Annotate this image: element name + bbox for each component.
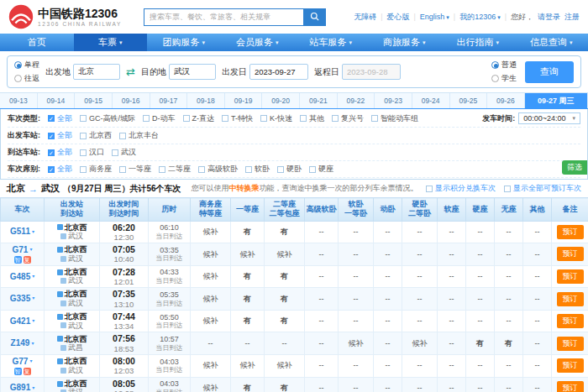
nav-item-station-services[interactable]: 站车服务▾ xyxy=(294,34,368,51)
filter-option[interactable]: T-特快 xyxy=(222,113,253,124)
book-button[interactable]: 预订 xyxy=(557,314,584,328)
filter-option[interactable]: 高级软卧 xyxy=(198,164,238,175)
nav-item-travel-guide[interactable]: 出行指南▾ xyxy=(441,34,515,51)
date-tab-1[interactable]: 09-14 xyxy=(38,93,76,108)
filter-option[interactable]: K-快速 xyxy=(260,113,292,124)
filter-all-from-station[interactable]: ✓全部 xyxy=(48,130,72,141)
filter-option[interactable]: 商务座 xyxy=(80,164,112,175)
login-link[interactable]: 请登录 xyxy=(538,12,560,23)
train-number-link[interactable]: Z149▾ xyxy=(1,338,44,348)
book-button[interactable]: 预订 xyxy=(557,381,584,392)
filter-option[interactable]: D-动车 xyxy=(143,113,176,124)
top-link-accessibility[interactable]: 无障碍 xyxy=(354,12,376,23)
swap-stations-button[interactable]: ⇄ xyxy=(126,66,135,77)
trip-type-one-way[interactable]: 单程 xyxy=(14,60,39,71)
seat-cell[interactable]: 候补 xyxy=(191,221,231,243)
nav-item-home[interactable]: 首页 xyxy=(0,34,74,51)
filter-all-to-station[interactable]: ✓全部 xyxy=(48,147,72,158)
seat-cell[interactable]: 候补 xyxy=(191,288,231,311)
seat-cell[interactable]: 候补 xyxy=(231,243,265,266)
filter-option[interactable]: 北京西 xyxy=(80,130,112,141)
seat-cell[interactable]: 有 xyxy=(265,265,305,288)
seat-cell[interactable]: 有 xyxy=(231,288,265,311)
date-tab-2[interactable]: 09-15 xyxy=(75,93,113,108)
date-tab-13[interactable]: 09-26 xyxy=(487,93,525,108)
train-number-link[interactable]: G71▾ xyxy=(1,245,44,255)
filter-all-train-type[interactable]: ✓全部 xyxy=(48,113,72,124)
expand-train-icon[interactable]: ▾ xyxy=(32,318,34,324)
seat-cell[interactable]: 有 xyxy=(466,332,495,355)
seat-cell[interactable]: 候补 xyxy=(191,265,231,288)
train-number-link[interactable]: G335▾ xyxy=(1,294,44,304)
seat-cell[interactable]: 有 xyxy=(231,221,265,243)
nav-item-info-query[interactable]: 信息查询▾ xyxy=(515,34,588,51)
filter-option[interactable]: 复兴号 xyxy=(332,113,364,124)
filter-option[interactable]: 北京丰台 xyxy=(119,130,159,141)
top-link-english[interactable]: English ▾ xyxy=(420,13,449,21)
nav-item-group-services[interactable]: 团购服务▾ xyxy=(147,34,221,51)
expand-train-icon[interactable]: ▾ xyxy=(32,274,34,280)
book-button[interactable]: 预订 xyxy=(557,225,584,239)
filter-option[interactable]: GC-高铁/城际 xyxy=(80,113,135,124)
date-tab-12[interactable]: 09-25 xyxy=(450,93,488,108)
toggle-points-trains[interactable]: 显示积分兑换车次 xyxy=(426,183,496,194)
filter-option[interactable]: 汉口 xyxy=(80,147,104,158)
expand-train-icon[interactable]: ▾ xyxy=(29,358,32,364)
seat-cell[interactable]: 候补 xyxy=(191,243,231,266)
date-tab-4[interactable]: 09-17 xyxy=(150,93,188,108)
book-button[interactable]: 预订 xyxy=(557,247,584,261)
filter-side-button[interactable]: 筛选 xyxy=(562,160,587,175)
transfer-link[interactable]: 中转换乘 xyxy=(229,184,260,192)
passenger-type-student[interactable]: 学生 xyxy=(491,73,517,84)
depart-time-select[interactable]: 00:00~24:00▾ xyxy=(518,112,580,124)
trip-type-round-trip[interactable]: 往返 xyxy=(14,73,39,84)
expand-train-icon[interactable]: ▾ xyxy=(32,229,34,235)
date-tab-10[interactable]: 09-23 xyxy=(375,93,412,108)
train-number-link[interactable]: G485▾ xyxy=(1,272,44,282)
seat-cell[interactable]: 候补 xyxy=(191,354,231,377)
filter-option[interactable]: Z-直达 xyxy=(183,113,215,124)
nav-item-member-services[interactable]: 会员服务▾ xyxy=(221,34,295,51)
seat-cell[interactable]: 候补 xyxy=(191,377,231,392)
book-button[interactable]: 预订 xyxy=(557,358,584,373)
date-tab-0[interactable]: 09-13 xyxy=(0,93,38,108)
seat-cell[interactable]: 候补 xyxy=(339,332,374,355)
seat-cell[interactable]: 候补 xyxy=(231,354,265,377)
depart-date-input[interactable]: 2023-09-27 xyxy=(249,64,308,80)
filter-option[interactable]: 武汉 xyxy=(112,147,136,158)
seat-cell[interactable]: 候补 xyxy=(265,354,305,377)
seat-cell[interactable]: 候补 xyxy=(191,310,231,332)
train-number-link[interactable]: G891▾ xyxy=(1,383,44,392)
nav-item-tickets[interactable]: 车票▾ xyxy=(74,34,148,51)
col-header-duration[interactable]: 历时 xyxy=(149,198,191,222)
date-tab-6[interactable]: 09-19 xyxy=(225,93,263,108)
book-button[interactable]: 预订 xyxy=(557,337,584,351)
seat-cell[interactable]: 有 xyxy=(231,265,265,288)
filter-option[interactable]: 软卧 xyxy=(245,164,270,175)
seat-cell[interactable]: 有 xyxy=(265,221,305,243)
train-number-link[interactable]: G511▾ xyxy=(1,227,44,237)
railway-logo[interactable]: 中国铁路12306 12306 CHINA RAILWAY xyxy=(8,4,122,29)
seat-cell[interactable]: 有 xyxy=(265,377,305,392)
search-input[interactable] xyxy=(144,8,303,26)
train-number-link[interactable]: G77▾ xyxy=(1,357,44,367)
seat-cell[interactable]: 有 xyxy=(231,310,265,332)
filter-option[interactable]: 硬座 xyxy=(309,164,333,175)
from-input[interactable]: 北京 xyxy=(73,64,120,80)
expand-train-icon[interactable]: ▾ xyxy=(31,341,34,347)
date-tab-7[interactable]: 09-20 xyxy=(262,93,300,108)
filter-all-seat-class[interactable]: ✓全部 xyxy=(48,164,72,175)
seat-cell[interactable]: 候补 xyxy=(265,243,305,266)
expand-train-icon[interactable]: ▾ xyxy=(29,247,32,253)
book-button[interactable]: 预订 xyxy=(557,269,584,284)
filter-option[interactable]: 硬卧 xyxy=(277,164,302,175)
date-tab-8[interactable]: 09-21 xyxy=(300,93,338,108)
toggle-bookable-trains[interactable]: 显示全部可预订车次 xyxy=(504,183,581,194)
top-link-my-12306[interactable]: 我的12306 ▾ xyxy=(459,12,501,23)
seat-cell[interactable]: 有 xyxy=(231,377,265,392)
nav-item-business-services[interactable]: 商旅服务▾ xyxy=(368,34,442,51)
train-number-link[interactable]: G421▾ xyxy=(1,316,44,327)
filter-option[interactable]: 二等座 xyxy=(159,164,191,175)
to-input[interactable]: 武汉 xyxy=(169,64,216,80)
col-header-times[interactable]: 出发时间到达时间 xyxy=(100,198,149,222)
